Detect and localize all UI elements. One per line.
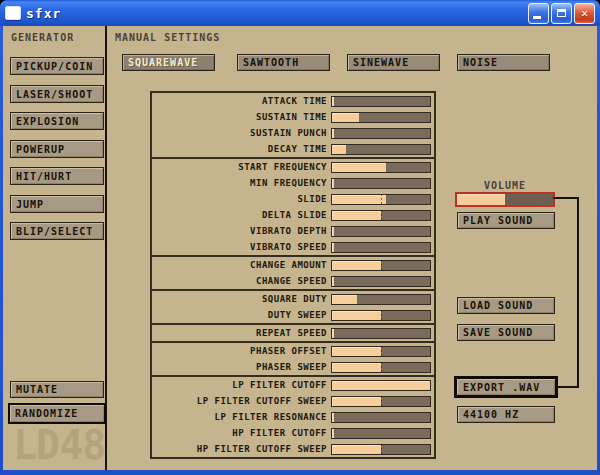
samplerate-button[interactable]: 44100 HZ (457, 406, 555, 423)
volume-export-wire (553, 197, 579, 388)
export-wav-button[interactable]: EXPORT .WAV (454, 376, 558, 398)
slider-center-mark (381, 310, 382, 321)
slider-vibrato-depth[interactable] (331, 226, 431, 237)
generator-button-laser-shoot[interactable]: LASER/SHOOT (10, 85, 104, 103)
slider-label-phaser-offset: PHASER OFFSET (250, 346, 327, 356)
generator-button-explosion[interactable]: EXPLOSION (10, 112, 104, 130)
slider-fill-lp-filter-resonance (332, 413, 334, 422)
slider-fill-start-frequency (332, 163, 386, 172)
slider-group-filter: LP FILTER CUTOFFLP FILTER CUTOFF SWEEPLP… (150, 375, 436, 459)
slider-hp-filter-cutoff-sweep[interactable] (331, 444, 431, 455)
slider-phaser-offset[interactable] (331, 346, 431, 357)
mutate-button[interactable]: MUTATE (10, 381, 104, 398)
waveform-button-noise[interactable]: NOISE (457, 54, 550, 71)
slider-center-mark (381, 346, 382, 357)
slider-fill-vibrato-speed (332, 243, 334, 252)
slider-center-mark (381, 194, 382, 205)
slider-label-decay-time: DECAY TIME (268, 144, 327, 154)
save-sound-button[interactable]: SAVE SOUND (457, 324, 555, 341)
slider-row-duty-sweep: DUTY SWEEP (152, 307, 434, 323)
slider-sustain-punch[interactable] (331, 128, 431, 139)
waveform-button-sawtooth[interactable]: SAWTOOTH (237, 54, 330, 71)
slider-label-square-duty: SQUARE DUTY (262, 294, 327, 304)
volume-fill (457, 194, 505, 205)
slider-label-duty-sweep: DUTY SWEEP (268, 310, 327, 320)
slider-row-phaser-sweep: PHASER SWEEP (152, 359, 434, 375)
slider-row-hp-filter-cutoff-sweep: HP FILTER CUTOFF SWEEP (152, 441, 434, 457)
generator-button-powerup[interactable]: POWERUP (10, 140, 104, 158)
waveform-button-sinewave[interactable]: SINEWAVE (347, 54, 440, 71)
slider-label-attack-time: ATTACK TIME (262, 96, 327, 106)
slider-row-phaser-offset: PHASER OFFSET (152, 343, 434, 359)
slider-fill-min-frequency (332, 179, 334, 188)
slider-fill-decay-time (332, 145, 346, 154)
generator-button-pickup-coin[interactable]: PICKUP/COIN (10, 57, 104, 75)
slider-row-lp-filter-cutoff-sweep: LP FILTER CUTOFF SWEEP (152, 393, 434, 409)
slider-row-min-frequency: MIN FREQUENCY (152, 175, 434, 191)
waveform-button-squarewave[interactable]: SQUAREWAVE (122, 54, 215, 71)
slider-row-start-frequency: START FREQUENCY (152, 159, 434, 175)
slider-decay-time[interactable] (331, 144, 431, 155)
slider-min-frequency[interactable] (331, 178, 431, 189)
slider-fill-sustain-punch (332, 129, 334, 138)
generator-button-jump[interactable]: JUMP (10, 195, 104, 213)
slider-label-sustain-punch: SUSTAIN PUNCH (250, 128, 327, 138)
randomize-button[interactable]: RANDOMIZE (8, 403, 106, 424)
slider-repeat-speed[interactable] (331, 328, 431, 339)
play-sound-button[interactable]: PLAY SOUND (457, 212, 555, 229)
slider-change-speed[interactable] (331, 276, 431, 287)
slider-phaser-sweep[interactable] (331, 362, 431, 373)
close-icon: ✕ (581, 7, 588, 19)
slider-label-sustain-time: SUSTAIN TIME (256, 112, 327, 122)
client-area: GENERATOR PICKUP/COINLASER/SHOOTEXPLOSIO… (3, 26, 597, 470)
slider-row-decay-time: DECAY TIME (152, 141, 434, 157)
slider-row-lp-filter-resonance: LP FILTER RESONANCE (152, 409, 434, 425)
slider-group-duty: SQUARE DUTYDUTY SWEEP (150, 289, 436, 325)
generator-button-hit-hurt[interactable]: HIT/HURT (10, 167, 104, 185)
manual-settings-header: MANUAL SETTINGS (115, 32, 220, 43)
load-sound-button[interactable]: LOAD SOUND (457, 297, 555, 314)
slider-label-hp-filter-cutoff-sweep: HP FILTER CUTOFF SWEEP (197, 444, 327, 454)
slider-delta-slide[interactable] (331, 210, 431, 221)
slider-change-amount[interactable] (331, 260, 431, 271)
minimize-button[interactable] (528, 3, 549, 24)
slider-attack-time[interactable] (331, 96, 431, 107)
slider-label-phaser-sweep: PHASER SWEEP (256, 362, 327, 372)
maximize-button[interactable] (551, 3, 572, 24)
slider-fill-delta-slide (332, 211, 381, 220)
slider-group-phaser: PHASER OFFSETPHASER SWEEP (150, 341, 436, 377)
slider-label-change-speed: CHANGE SPEED (256, 276, 327, 286)
close-button[interactable]: ✕ (574, 3, 595, 24)
slider-hp-filter-cutoff[interactable] (331, 428, 431, 439)
slider-center-mark (381, 396, 382, 407)
slider-sustain-time[interactable] (331, 112, 431, 123)
titlebar[interactable]: sfxr ✕ (0, 0, 600, 26)
volume-label: VOLUME (455, 180, 555, 191)
slider-row-hp-filter-cutoff: HP FILTER CUTOFF (152, 425, 434, 441)
slider-vibrato-speed[interactable] (331, 242, 431, 253)
slider-fill-change-speed (332, 277, 334, 286)
slider-start-frequency[interactable] (331, 162, 431, 173)
slider-label-slide: SLIDE (297, 194, 327, 204)
slider-fill-square-duty (332, 295, 357, 304)
slider-label-min-frequency: MIN FREQUENCY (250, 178, 327, 188)
slider-fill-attack-time (332, 97, 334, 106)
volume-slider[interactable] (455, 192, 555, 207)
slider-row-sustain-punch: SUSTAIN PUNCH (152, 125, 434, 141)
slider-row-square-duty: SQUARE DUTY (152, 291, 434, 307)
generator-button-blip-select[interactable]: BLIP/SELECT (10, 222, 104, 240)
slider-center-mark (381, 210, 382, 221)
slider-square-duty[interactable] (331, 294, 431, 305)
slider-label-lp-filter-cutoff: LP FILTER CUTOFF (232, 380, 327, 390)
slider-fill-change-amount (332, 261, 381, 270)
slider-row-change-amount: CHANGE AMOUNT (152, 257, 434, 273)
slider-duty-sweep[interactable] (331, 310, 431, 321)
slider-slide[interactable] (331, 194, 431, 205)
slider-lp-filter-cutoff-sweep[interactable] (331, 396, 431, 407)
slider-lp-filter-cutoff[interactable] (331, 380, 431, 391)
slider-lp-filter-resonance[interactable] (331, 412, 431, 423)
slider-fill-phaser-offset (332, 347, 381, 356)
slider-panel: ATTACK TIMESUSTAIN TIMESUSTAIN PUNCHDECA… (150, 91, 436, 459)
sfxr-window: sfxr ✕ GENERATOR PICKUP/COINLASER/SHOOTE… (0, 0, 600, 475)
minimize-icon (533, 16, 541, 19)
